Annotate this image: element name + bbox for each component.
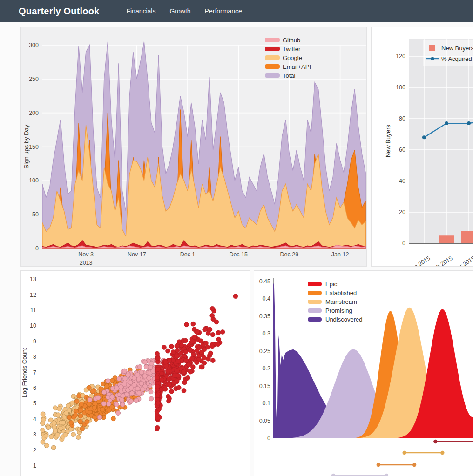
legend-item-twitter[interactable]: Twitter — [265, 46, 301, 53]
legend-item-epic[interactable]: Epic — [308, 281, 338, 288]
x-tick-label: Dec 15 — [229, 251, 248, 258]
x-tick-label: Dec 29 — [280, 251, 299, 258]
scatter-point — [185, 375, 190, 380]
legend-swatch-icon — [265, 38, 280, 42]
legend-item-google[interactable]: Google — [265, 54, 302, 61]
scatter-point — [176, 359, 180, 364]
x-tick-label: Jan 2015 — [408, 255, 432, 266]
scatter-point — [64, 411, 68, 416]
scatter-point — [175, 378, 179, 383]
signups-legend: GithubTwitterGoogleEmail+APITotal — [265, 37, 311, 79]
card-scatter-svg: 12345678910111213Log Friends Count — [21, 271, 250, 476]
legend-item-undiscovered[interactable]: Undiscovered — [308, 316, 363, 323]
friends-scatter-panel: 12345678910111213Log Friends Count — [20, 270, 250, 476]
legend-swatch-icon — [429, 45, 435, 51]
legend-label: Promising — [325, 307, 352, 314]
scatter-point — [52, 421, 56, 425]
x-tick-label: Nov 17 — [128, 251, 146, 258]
scatter-point — [175, 368, 179, 373]
legend-label: Established — [325, 289, 357, 296]
scatter-point — [41, 412, 45, 416]
legend-item-github[interactable]: Github — [265, 37, 300, 44]
y-tick-label: 0 — [402, 240, 405, 247]
scatter-point — [163, 360, 168, 364]
scatter-point — [106, 402, 111, 406]
scatter-point — [195, 360, 199, 365]
range-endpoint — [440, 451, 444, 455]
legend-swatch-icon — [308, 308, 322, 313]
scatter-point — [100, 407, 105, 412]
y-tick-label: 40 — [399, 178, 405, 184]
nav-item-financials[interactable]: Financials — [126, 7, 155, 15]
legend-label: Undiscovered — [325, 316, 363, 323]
legend-label: Epic — [325, 281, 338, 288]
scatter-points — [41, 294, 238, 450]
scatter-point — [191, 322, 196, 326]
scatter-point — [79, 402, 84, 407]
scatter-point — [187, 362, 191, 367]
y-tick-label: 0.45 — [259, 278, 270, 285]
scatter-point — [176, 385, 181, 390]
y-tick-label: 300 — [29, 42, 39, 48]
legend-item-established[interactable]: Established — [308, 289, 357, 296]
y-tick-label: 250 — [29, 76, 39, 82]
scatter-point — [129, 399, 134, 403]
y-tick-label: 7 — [33, 369, 36, 376]
y-tick-label: 100 — [396, 84, 405, 91]
buyers-legend: New Buyers% Acquired — [423, 40, 473, 66]
range-marker-epic — [433, 440, 473, 443]
range-endpoint — [402, 451, 406, 455]
scatter-point — [69, 421, 74, 425]
scatter-point — [167, 382, 171, 387]
scatter-point — [102, 390, 107, 395]
range-endpoint — [433, 440, 437, 443]
legend-marker-icon — [431, 57, 434, 60]
y-axis-label: New Buyers — [385, 124, 392, 157]
range-endpoint — [412, 463, 416, 467]
scatter-point — [149, 389, 153, 394]
scatter-point — [199, 365, 203, 369]
scatter-point — [76, 435, 81, 440]
scatter-point — [79, 408, 83, 413]
scatter-point — [63, 433, 68, 437]
y-tick-label: 5 — [33, 400, 36, 407]
scatter-point — [90, 389, 95, 394]
plot-background — [409, 39, 473, 243]
legend-item-emailapi[interactable]: Email+API — [265, 63, 311, 70]
density-plot — [273, 282, 473, 439]
y-tick-label: 10 — [30, 322, 36, 329]
scatter-point — [135, 373, 140, 377]
scatter-point — [106, 379, 110, 383]
scatter-point — [189, 356, 194, 361]
scatter-point — [141, 387, 145, 392]
scatter-point — [203, 327, 207, 332]
scatter-point — [93, 415, 97, 420]
y-tick-label: 1 — [33, 463, 36, 469]
legend-item-mainstream[interactable]: Mainstream — [308, 298, 357, 305]
scatter-point — [138, 364, 142, 369]
scatter-point — [198, 339, 203, 343]
y-tick-label: 50 — [32, 211, 39, 218]
legend-item-promising[interactable]: Promising — [308, 307, 352, 314]
scatter-point — [216, 330, 221, 335]
scatter-point — [202, 355, 206, 360]
nav-item-growth[interactable]: Growth — [169, 7, 190, 15]
legend-item-total[interactable]: Total — [265, 72, 296, 79]
scatter-point — [210, 332, 215, 337]
scatter-point — [220, 330, 225, 335]
y-tick-label: 12 — [30, 292, 36, 298]
nav-item-performance[interactable]: Performance — [205, 7, 242, 15]
scatter-point — [208, 351, 213, 355]
scatter-point — [96, 396, 101, 400]
scatter-point — [67, 415, 72, 420]
legend-swatch-icon — [265, 64, 280, 69]
scatter-point — [169, 344, 174, 349]
scatter-point — [175, 354, 179, 359]
range-marker-promising — [331, 474, 388, 476]
scatter-point — [142, 374, 147, 378]
legend-label: Total — [283, 72, 296, 79]
scatter-point — [175, 344, 179, 349]
scatter-point — [155, 416, 160, 421]
y-tick-label: 0.25 — [259, 348, 270, 355]
scatter-point — [49, 435, 54, 439]
